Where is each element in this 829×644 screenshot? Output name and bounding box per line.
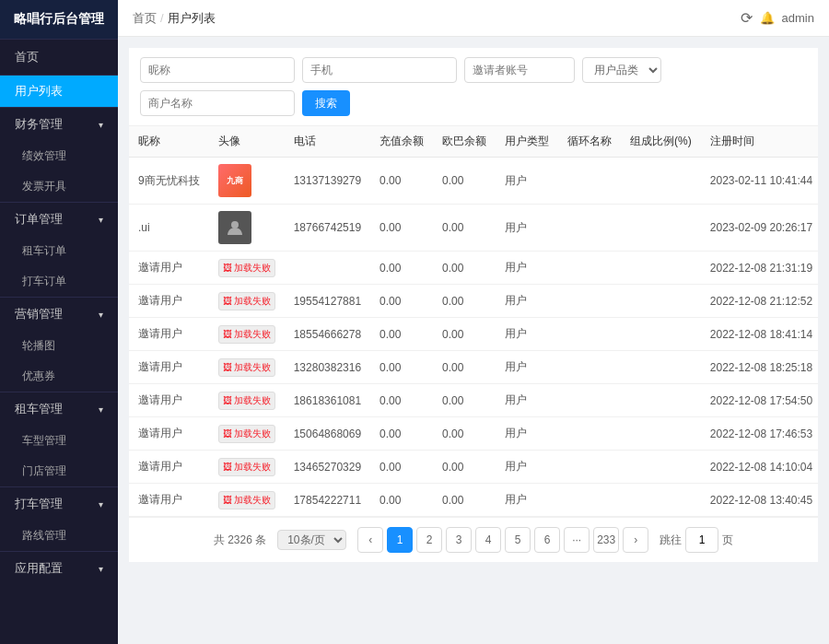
header: 首页 / 用户列表 ⟳ 🔔 admin xyxy=(118,0,829,37)
cell-phone: 18554666278 xyxy=(285,318,370,351)
cell-user-type: 用户 xyxy=(496,484,558,517)
sidebar-item-store-mgmt[interactable]: 门店管理 xyxy=(0,456,118,486)
cell-nickname: 9商无忧科技 xyxy=(129,158,209,205)
sidebar-item-taxi-orders[interactable]: 打车订单 xyxy=(0,266,118,297)
cell-loop-name xyxy=(558,285,621,318)
table-row: .ui187667425190.000.00用户2023-02-09 20:26… xyxy=(129,205,818,252)
cell-avatar: 🖼加载失败 xyxy=(209,351,285,384)
cell-ouba: 0.00 xyxy=(433,384,496,417)
cell-loop-name xyxy=(558,252,621,285)
svg-point-0 xyxy=(231,221,239,228)
avatar-fail: 🖼加载失败 xyxy=(218,325,275,344)
cell-ouba: 0.00 xyxy=(433,318,496,351)
user-type-select[interactable]: 用户品类 xyxy=(582,57,661,83)
page-last-button[interactable]: 233 xyxy=(593,527,619,553)
sidebar-item-routes[interactable]: 路线管理 xyxy=(0,521,118,551)
col-nickname: 昵称 xyxy=(129,126,209,158)
breadcrumb-home[interactable]: 首页 xyxy=(133,10,157,27)
chevron-down-icon: ▾ xyxy=(99,499,103,509)
sidebar-group-marketing[interactable]: 营销管理 ▾ xyxy=(0,297,118,331)
page-jump: 跳往 页 xyxy=(660,527,733,553)
cell-ouba: 0.00 xyxy=(433,451,496,484)
col-loop-name: 循环名称 xyxy=(558,126,621,158)
table-row: 邀请用户🖼加载失败132803823160.000.00用户2022-12-08… xyxy=(129,351,818,384)
cell-phone: 13465270329 xyxy=(285,451,370,484)
refresh-icon[interactable]: ⟳ xyxy=(741,9,753,27)
page-2-button[interactable]: 2 xyxy=(416,527,442,553)
sidebar-item-car-rental-orders[interactable]: 租车订单 xyxy=(0,236,118,266)
sidebar-group-app-config-label: 应用配置 xyxy=(15,560,63,577)
cell-user-type: 用户 xyxy=(496,158,558,205)
cell-avatar: 🖼加载失败 xyxy=(209,384,285,417)
cell-user-type: 用户 xyxy=(496,451,558,484)
admin-name: admin xyxy=(782,11,814,25)
invite-input[interactable] xyxy=(464,57,575,83)
page-size-select[interactable]: 10条/页 xyxy=(277,530,346,550)
page-6-button[interactable]: 6 xyxy=(534,527,560,553)
cell-user-type: 用户 xyxy=(496,205,558,252)
cell-recharge: 0.00 xyxy=(370,205,433,252)
sidebar-home-link[interactable]: 首页 xyxy=(0,40,118,76)
sidebar-group-app-config[interactable]: 应用配置 ▾ xyxy=(0,551,118,585)
total-suffix: 条 xyxy=(255,533,266,546)
sidebar-group-financial[interactable]: 财务管理 ▾ xyxy=(0,107,118,141)
cell-reg-time: 2022-12-08 21:31:19 xyxy=(701,252,818,285)
jump-input[interactable] xyxy=(685,527,718,553)
col-ouba: 欧巴余额 xyxy=(433,126,496,158)
sidebar-item-vehicle-type[interactable]: 车型管理 xyxy=(0,426,118,456)
cell-ratio xyxy=(621,158,701,205)
cell-avatar: 🖼加载失败 xyxy=(209,484,285,517)
cell-reg-time: 2022-12-08 17:54:50 xyxy=(701,384,818,417)
sidebar-group-taxi[interactable]: 打车管理 ▾ xyxy=(0,486,118,521)
mobile-input[interactable] xyxy=(302,57,457,83)
cell-avatar: 九商 xyxy=(209,158,285,205)
cell-avatar: 🖼加载失败 xyxy=(209,417,285,451)
cell-reg-time: 2022-12-08 18:41:14 xyxy=(701,318,818,351)
col-ratio: 组成比例(%) xyxy=(621,126,701,158)
nickname-input[interactable] xyxy=(140,57,295,83)
cell-ratio xyxy=(621,451,701,484)
cell-reg-time: 2022-12-08 13:40:45 xyxy=(701,484,818,517)
sidebar-item-invoice[interactable]: 发票开具 xyxy=(0,171,118,202)
page-3-button[interactable]: 3 xyxy=(446,527,472,553)
cell-loop-name xyxy=(558,205,621,252)
cell-ouba: 0.00 xyxy=(433,417,496,451)
col-avatar: 头像 xyxy=(209,126,285,158)
sidebar-logo: 略唱行后台管理 xyxy=(0,0,118,40)
cell-user-type: 用户 xyxy=(496,417,558,451)
avatar-fail: 🖼加载失败 xyxy=(218,358,275,377)
page-4-button[interactable]: 4 xyxy=(475,527,501,553)
prev-page-button[interactable]: ‹ xyxy=(357,527,383,553)
cell-ratio xyxy=(621,285,701,318)
cell-nickname: 邀请用户 xyxy=(129,384,209,417)
cell-phone: 18618361081 xyxy=(285,384,370,417)
sidebar-group-financial-label: 财务管理 xyxy=(15,116,63,133)
table-row: 9商无忧科技九商131371392790.000.00用户2023-02-11 … xyxy=(129,158,818,205)
sidebar-group-orders[interactable]: 订单管理 ▾ xyxy=(0,202,118,236)
cell-phone: 13280382316 xyxy=(285,351,370,384)
user-name-input[interactable] xyxy=(140,90,295,116)
cell-nickname: 邀请用户 xyxy=(129,318,209,351)
sidebar-group-car-rental[interactable]: 租车管理 ▾ xyxy=(0,392,118,426)
sidebar-item-performance[interactable]: 绩效管理 xyxy=(0,141,118,171)
breadcrumb: 首页 / 用户列表 xyxy=(133,10,216,27)
sidebar-active-item[interactable]: 用户列表 xyxy=(0,76,118,107)
cell-ouba: 0.00 xyxy=(433,351,496,384)
search-button[interactable]: 搜索 xyxy=(302,90,350,116)
cell-ouba: 0.00 xyxy=(433,158,496,205)
cell-avatar: 🖼加载失败 xyxy=(209,451,285,484)
cell-phone: 15064868069 xyxy=(285,417,370,451)
cell-loop-name xyxy=(558,484,621,517)
table-row: 邀请用户🖼加载失败0.000.00用户2022-12-08 21:31:19编辑… xyxy=(129,252,818,285)
avatar-fail: 🖼加载失败 xyxy=(218,491,275,509)
total-prefix: 共 xyxy=(214,533,225,546)
sidebar-item-coupons[interactable]: 优惠券 xyxy=(0,361,118,392)
cell-ratio xyxy=(621,417,701,451)
total-info: 共 2326 条 xyxy=(214,533,266,548)
page-1-button[interactable]: 1 xyxy=(387,527,413,553)
page-5-button[interactable]: 5 xyxy=(505,527,531,553)
cell-ratio xyxy=(621,318,701,351)
sidebar-item-carousel[interactable]: 轮播图 xyxy=(0,331,118,361)
cell-user-type: 用户 xyxy=(496,318,558,351)
next-page-button[interactable]: › xyxy=(623,527,648,553)
